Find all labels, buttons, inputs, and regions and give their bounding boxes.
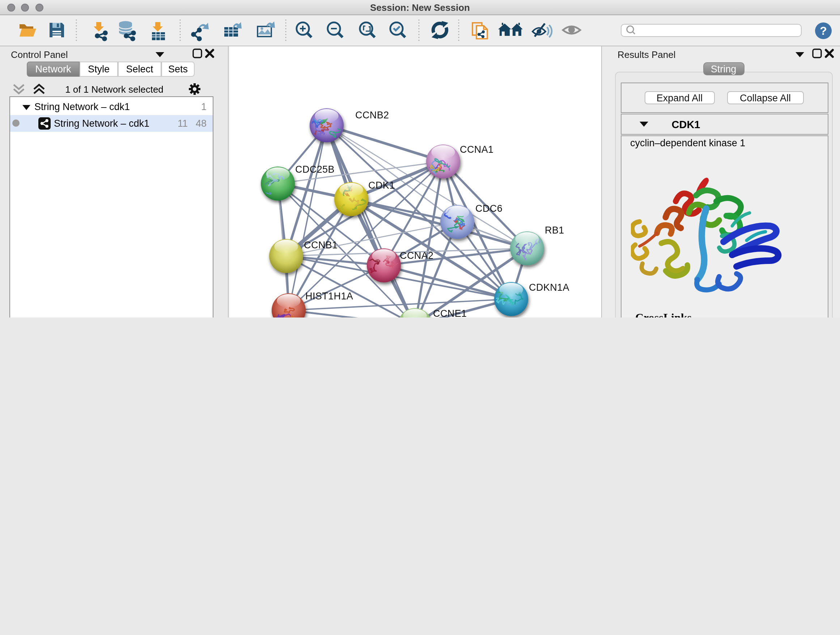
svg-text:CDK1: CDK1 [368, 180, 395, 191]
svg-text:RB1: RB1 [545, 225, 564, 236]
svg-text:CCNB1: CCNB1 [304, 240, 338, 250]
svg-text:CCNA2: CCNA2 [400, 250, 434, 261]
svg-text:CDKN1A: CDKN1A [529, 282, 569, 293]
svg-text:?: ? [820, 24, 827, 37]
svg-text:CCNA1: CCNA1 [460, 144, 494, 155]
svg-text:CDC25B: CDC25B [295, 164, 335, 175]
svg-text:HIST1H1A: HIST1H1A [305, 291, 353, 302]
svg-text:CDC6: CDC6 [475, 203, 502, 214]
svg-text:CCNE1: CCNE1 [433, 308, 467, 318]
svg-text:CCNB2: CCNB2 [355, 110, 389, 120]
